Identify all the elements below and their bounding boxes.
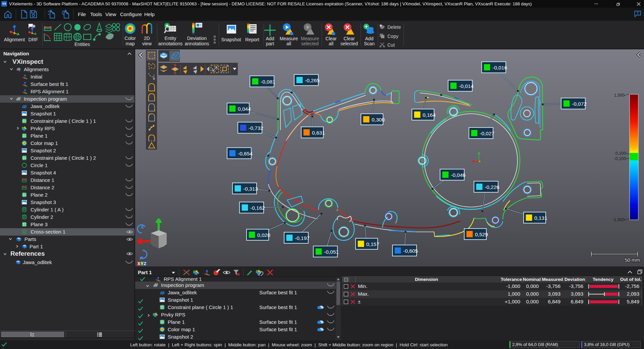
svg-text:-0,605: -0,605 bbox=[403, 248, 418, 254]
svg-text:0,044: 0,044 bbox=[238, 106, 251, 112]
svg-text:50 mm: 50 mm bbox=[625, 257, 640, 263]
svg-text:-0,226: -0,226 bbox=[485, 184, 499, 190]
svg-text:?: ? bbox=[637, 11, 639, 15]
svg-text:-0,081: -0,081 bbox=[261, 79, 275, 85]
svg-text:0,631: 0,631 bbox=[312, 130, 325, 136]
svg-text:-0,100: -0,100 bbox=[614, 156, 626, 161]
svg-text:-0,197: -0,197 bbox=[295, 235, 310, 241]
svg-text:1,500: 1,500 bbox=[614, 93, 625, 98]
svg-text:-1,500: -1,500 bbox=[613, 217, 625, 222]
svg-text:0,131: 0,131 bbox=[534, 215, 547, 221]
svg-text:-0,732: -0,732 bbox=[249, 125, 263, 131]
svg-text:-0,016: -0,016 bbox=[492, 65, 507, 70]
svg-text:-0,046: -0,046 bbox=[451, 172, 466, 178]
svg-text:X: X bbox=[138, 261, 140, 266]
svg-text:-0,162: -0,162 bbox=[250, 205, 265, 211]
svg-text:0,164: 0,164 bbox=[423, 112, 436, 118]
svg-text:Z: Z bbox=[144, 261, 146, 266]
svg-text:-0,313: -0,313 bbox=[243, 186, 258, 192]
svg-text:Y: Y bbox=[141, 261, 143, 266]
svg-text:-0,265: -0,265 bbox=[305, 78, 320, 83]
svg-text:-0,654: -0,654 bbox=[238, 151, 253, 156]
svg-text:0,157: 0,157 bbox=[366, 241, 379, 247]
svg-text:0,020: 0,020 bbox=[257, 232, 270, 238]
svg-text:0,300: 0,300 bbox=[372, 117, 385, 122]
svg-text:0,529: 0,529 bbox=[475, 232, 488, 237]
svg-text:-0,072: -0,072 bbox=[572, 101, 587, 107]
svg-text:-0,014: -0,014 bbox=[459, 83, 474, 89]
svg-text:-0,027: -0,027 bbox=[480, 131, 494, 136]
svg-text:-0,051: -0,051 bbox=[324, 249, 339, 255]
svg-text:0,100: 0,100 bbox=[615, 151, 626, 156]
